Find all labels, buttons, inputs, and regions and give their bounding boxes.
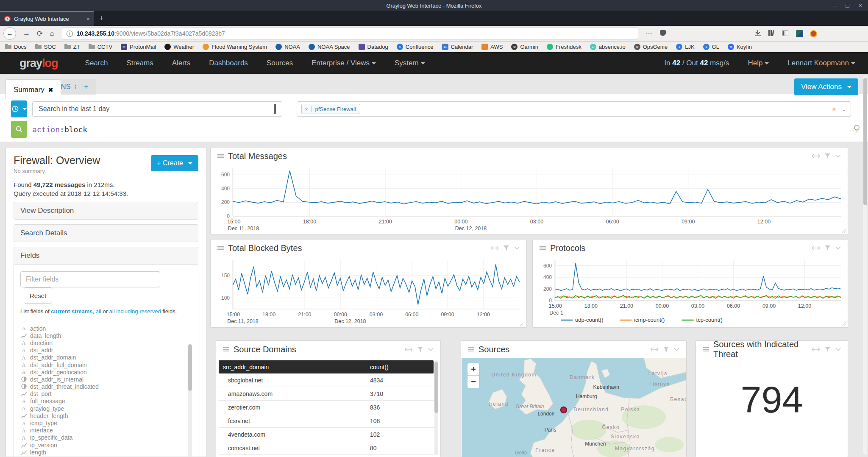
- drag-handle-icon[interactable]: [703, 346, 709, 352]
- url-bar[interactable]: i 10.243.255.10:9000/views/5ba02da7f3a40…: [62, 28, 638, 39]
- filter-icon[interactable]: [663, 347, 669, 352]
- timerange-select[interactable]: Search in the last 1 day: [32, 101, 282, 117]
- nav-item-enterprise-views[interactable]: Enterprise / Views: [312, 59, 376, 67]
- maximize-icon[interactable]: □: [846, 2, 849, 9]
- filter-icon[interactable]: [417, 347, 423, 352]
- field-list-item[interactable]: A dst_addr_geolocation: [20, 368, 192, 376]
- bookmark-item[interactable]: ✉ ProtonMail: [121, 44, 156, 50]
- field-list-item[interactable]: A data_length: [20, 332, 192, 339]
- page-actions-icon[interactable]: ⋯: [646, 30, 652, 37]
- drag-handle-icon[interactable]: [223, 346, 229, 352]
- section-search-details[interactable]: Search Details: [14, 224, 198, 242]
- field-list-item[interactable]: A dst_addr_full_domain: [20, 361, 192, 368]
- browser-tab[interactable]: Graylog Web Interface ×: [0, 11, 94, 26]
- field-list-item[interactable]: A dst_addr_is_internal: [20, 376, 192, 383]
- bookmark-item[interactable]: NOAA Space: [309, 44, 350, 50]
- downloads-icon[interactable]: [755, 30, 761, 37]
- chevron-down-icon[interactable]: [835, 348, 841, 351]
- nav-item-streams[interactable]: Streams: [126, 59, 153, 67]
- nav-item-alerts[interactable]: Alerts: [172, 59, 190, 67]
- chevron-down-icon[interactable]: [835, 154, 841, 158]
- sidebars-icon[interactable]: [782, 30, 788, 37]
- help-menu[interactable]: Help: [748, 59, 769, 67]
- bookmark-item[interactable]: Flood Warning System: [203, 44, 267, 50]
- table-row[interactable]: sbcglobal.net 4834: [219, 373, 434, 387]
- close-icon[interactable]: ×: [859, 2, 862, 9]
- chevron-down-icon[interactable]: [835, 246, 841, 250]
- field-list-item[interactable]: A direction: [20, 339, 192, 346]
- bookmark-item[interactable]: ≪ Koyfin: [728, 44, 752, 50]
- bookmark-item[interactable]: 1 LJK: [676, 44, 694, 50]
- bookmark-item[interactable]: Weather: [164, 44, 194, 50]
- reload-button[interactable]: ⟳: [37, 29, 43, 38]
- chevron-down-icon[interactable]: ⌄: [842, 106, 846, 112]
- page-scrollbar[interactable]: [863, 76, 867, 454]
- user-menu[interactable]: Lennart Koopmann: [787, 59, 855, 67]
- resize-horizontal-icon[interactable]: [405, 347, 412, 351]
- field-list-item[interactable]: A length: [20, 449, 192, 456]
- table-row[interactable]: fcsrv.net 108: [219, 414, 434, 428]
- resize-handle[interactable]: [841, 321, 846, 326]
- resize-handle[interactable]: [841, 228, 846, 233]
- field-list-item[interactable]: A full_message: [20, 398, 192, 405]
- sources-map[interactable]: United KingdomDanmarkKøbenhavnLatvijaLie…: [462, 358, 686, 457]
- drag-handle-icon[interactable]: [217, 245, 224, 251]
- resize-horizontal-icon[interactable]: [491, 246, 498, 250]
- bookmark-item[interactable]: ZT: [64, 44, 80, 50]
- section-fields[interactable]: Fields: [14, 247, 198, 265]
- profile-avatar[interactable]: [810, 30, 817, 37]
- nav-item-dashboards[interactable]: Dashboards: [209, 59, 248, 67]
- filter-fields-input[interactable]: [20, 271, 160, 287]
- field-list-item[interactable]: A header_length: [20, 412, 192, 419]
- column-domain[interactable]: src_addr_domain: [219, 364, 370, 371]
- drag-handle-icon[interactable]: [468, 346, 474, 352]
- query-tab-summary[interactable]: Summary✖: [6, 79, 61, 100]
- query-input[interactable]: action:block: [32, 121, 850, 138]
- resize-handle[interactable]: [520, 321, 525, 326]
- all-reserved-link[interactable]: all including reserved: [109, 308, 161, 315]
- search-button[interactable]: [11, 121, 27, 138]
- field-list-item[interactable]: A dst_port: [20, 390, 192, 398]
- field-list-item[interactable]: A action: [20, 325, 192, 332]
- view-actions-button[interactable]: View Actions: [794, 78, 858, 95]
- home-button[interactable]: ⌂: [50, 29, 54, 38]
- bookmark-item[interactable]: Datadog: [359, 44, 388, 50]
- map-marker[interactable]: [561, 407, 567, 413]
- chevron-down-icon[interactable]: [428, 348, 434, 351]
- site-info-icon[interactable]: i: [67, 31, 73, 37]
- resize-horizontal-icon[interactable]: [812, 246, 820, 250]
- bookmark-item[interactable]: Freshdesk: [547, 44, 581, 50]
- bookmark-item[interactable]: 1 GL: [703, 44, 719, 50]
- reset-button[interactable]: Reset: [24, 287, 52, 304]
- new-tab-button[interactable]: +: [94, 11, 108, 26]
- resize-horizontal-icon[interactable]: [812, 347, 820, 351]
- lightbulb-icon[interactable]: [853, 125, 860, 135]
- bookmark-item[interactable]: Docs: [5, 44, 27, 50]
- forward-button[interactable]: →: [23, 29, 30, 38]
- add-query-tab-button[interactable]: +: [76, 79, 96, 95]
- filter-icon[interactable]: [825, 153, 830, 159]
- stream-filter[interactable]: × pfSense Firewall × ⌄: [297, 101, 851, 117]
- filter-icon[interactable]: [825, 245, 830, 251]
- back-button[interactable]: ←: [3, 27, 16, 40]
- shield-icon[interactable]: [660, 30, 666, 37]
- create-button[interactable]: + Create: [151, 155, 198, 171]
- column-count[interactable]: count(): [370, 364, 434, 371]
- filter-icon[interactable]: [825, 347, 830, 352]
- bookmark-item[interactable]: SOC: [35, 44, 56, 50]
- library-icon[interactable]: [768, 30, 774, 37]
- tab-close-icon[interactable]: ×: [86, 16, 90, 22]
- minimize-icon[interactable]: –: [833, 2, 837, 9]
- chevron-down-icon[interactable]: [514, 246, 520, 250]
- zoom-in-button[interactable]: +: [467, 363, 479, 376]
- drag-handle-icon[interactable]: [217, 153, 224, 159]
- bookmark-item[interactable]: 11 Calendar: [442, 44, 473, 50]
- table-row[interactable]: amazonaws.com 3710: [219, 387, 434, 401]
- bookmark-item[interactable]: ✕ Confluence: [397, 44, 434, 50]
- field-list-item[interactable]: A ip_version: [20, 441, 192, 449]
- app-grid-icon[interactable]: [796, 30, 803, 37]
- field-list-item[interactable]: A dst_addr: [20, 347, 192, 354]
- resize-horizontal-icon[interactable]: [651, 347, 658, 351]
- clear-streams-icon[interactable]: ×: [832, 106, 836, 113]
- close-tab-icon[interactable]: ✖: [48, 86, 53, 93]
